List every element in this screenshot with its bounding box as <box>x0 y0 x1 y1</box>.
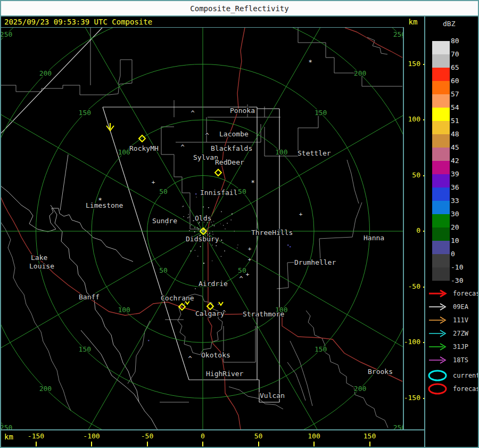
header-row: 2025/09/23 09:53:39 UTC Composite <box>1 17 402 27</box>
ring-label-50: 50 <box>238 266 246 274</box>
ring-label-200: 200 <box>39 69 52 77</box>
range-ring-200km <box>1 28 403 429</box>
town-marker: ^ <box>239 275 243 283</box>
colorbar-label-60: 60 <box>451 77 475 85</box>
city-label-didsbury: Didsbury <box>186 235 219 243</box>
ring-label-100: 100 <box>275 148 287 156</box>
colorbar-box-54 <box>432 108 450 121</box>
colorbar-label-0: 0 <box>451 250 475 258</box>
city-label-threehills: ThreeHills <box>251 229 293 237</box>
bottom-axis-label--100: -100 <box>76 432 108 440</box>
city-label-calgary: Calgary <box>195 309 225 317</box>
colorbar-box--10 <box>432 267 450 281</box>
ring-label-200: 200 <box>354 385 366 393</box>
colorbar-label-30: 30 <box>451 210 475 218</box>
echo-dot <box>148 340 149 341</box>
colorbar-box-30 <box>432 214 450 227</box>
city-label-limestone: Limestone <box>86 201 123 209</box>
county-boundaries <box>1 28 402 428</box>
city-labels: PonokaLacombeBlackfaldsSylvanRedDeerRock… <box>29 107 393 400</box>
colorbar-label-70: 70 <box>451 50 475 58</box>
echo-dot <box>290 246 291 247</box>
titlebar-divider <box>0 15 479 17</box>
bottom-axis-tick <box>147 442 148 446</box>
storm-arrow-icon <box>219 302 223 305</box>
bottom-axis-unit-label: km <box>4 433 13 441</box>
radial-240deg <box>61 28 203 231</box>
ring-label-100: 100 <box>118 306 130 314</box>
ring-label-150: 150 <box>315 109 327 117</box>
colorbar-box-80 <box>432 41 450 54</box>
echo-dot <box>218 304 219 305</box>
city-label-hanna: Hanna <box>364 234 384 242</box>
radar-map[interactable]: 5050505010010010010015015015015020020020… <box>1 28 403 429</box>
colorbar-label-33: 33 <box>451 197 475 205</box>
right-axis-label--50: -50 <box>396 282 420 290</box>
legend-label: 111V <box>453 316 468 324</box>
timestamp-label: 2025/09/23 09:53:39 UTC Composite <box>4 18 152 26</box>
legend-label: 27ZW <box>453 330 468 337</box>
ring-label-150: 150 <box>79 109 91 117</box>
right-axis-label-100: 100 <box>396 115 420 123</box>
colorbar-box-51 <box>432 121 450 134</box>
colorbar-box-33 <box>432 201 450 214</box>
right-axis-label-150: 150 <box>396 60 420 68</box>
bottom-axis: km -150-100-50050100150 <box>0 430 425 448</box>
echo-dot <box>195 193 196 194</box>
map-border-top <box>0 27 403 28</box>
city-label-brooks: Brooks <box>368 368 393 376</box>
legend-label: forecast <box>453 385 479 393</box>
right-axis-label--100: -100 <box>396 338 420 346</box>
legend-ellipse-icon <box>427 382 451 395</box>
bottom-axis-tick <box>313 442 315 446</box>
city-label-okotoks: Okotoks <box>201 351 230 359</box>
town-marker: + <box>248 256 252 263</box>
legend-row-forecast-0: forecast <box>427 287 479 300</box>
ring-label-150: 150 <box>79 345 91 353</box>
radial-150deg <box>1 231 203 374</box>
town-marker: ^ <box>180 144 184 151</box>
bottom-axis-tick <box>369 442 370 446</box>
city-label-rockymh: RockyMH <box>129 144 159 152</box>
legend-arrow-icon <box>427 354 451 366</box>
title-bar: Composite_Reflectivity <box>1 1 478 15</box>
city-label-sylvan: Sylvan <box>193 153 218 161</box>
city-label-olds: Olds <box>195 214 211 222</box>
town-marker: * <box>308 59 312 66</box>
right-axis-label--150: -150 <box>396 394 420 402</box>
bottom-axis-label--50: -50 <box>131 432 163 440</box>
colorbar-label--10: -10 <box>451 263 475 271</box>
colorbar-title: dBZ <box>443 20 455 28</box>
right-axis-label-50: 50 <box>396 171 420 179</box>
town-marker: + <box>152 179 155 186</box>
mountain-boundaries <box>1 154 167 429</box>
city-label-lake: Lake <box>31 254 47 262</box>
echo-dot <box>287 245 288 246</box>
colorbar-label-80: 80 <box>451 37 475 45</box>
city-label-ponoka: Ponoka <box>230 107 255 115</box>
colorbar-box-57 <box>432 94 450 108</box>
radial-300deg <box>203 28 345 231</box>
bottom-axis-label--150: -150 <box>20 432 52 440</box>
legend-arrow-icon <box>427 314 451 327</box>
city-label-blackfalds: Blackfalds <box>211 144 252 152</box>
legend-arrow-icon <box>427 300 451 313</box>
colorbar-box-60 <box>432 81 450 94</box>
legend-row-forecast-7: forecast <box>427 382 479 395</box>
ring-label-100: 100 <box>118 148 130 156</box>
ring-label-50: 50 <box>159 188 168 196</box>
town-marker: ^ <box>205 132 209 140</box>
legend-row-111V-2: 111V <box>427 314 468 327</box>
city-label-louise: Louise <box>29 262 54 270</box>
town-marker: + <box>299 211 303 218</box>
storm-arrow-icon <box>106 123 114 131</box>
colorbar-box-42 <box>432 161 450 174</box>
colorbar-box-48 <box>432 134 450 148</box>
ring-label-50: 50 <box>238 188 246 196</box>
bottom-axis-tick <box>202 442 203 446</box>
colorbar-label-51: 51 <box>451 117 475 125</box>
colorbar-label-20: 20 <box>451 223 475 231</box>
legend-label: 09EA <box>453 303 468 311</box>
city-label-sundre: Sundre <box>152 217 177 225</box>
city-label-stettler: Stettler <box>298 149 331 157</box>
